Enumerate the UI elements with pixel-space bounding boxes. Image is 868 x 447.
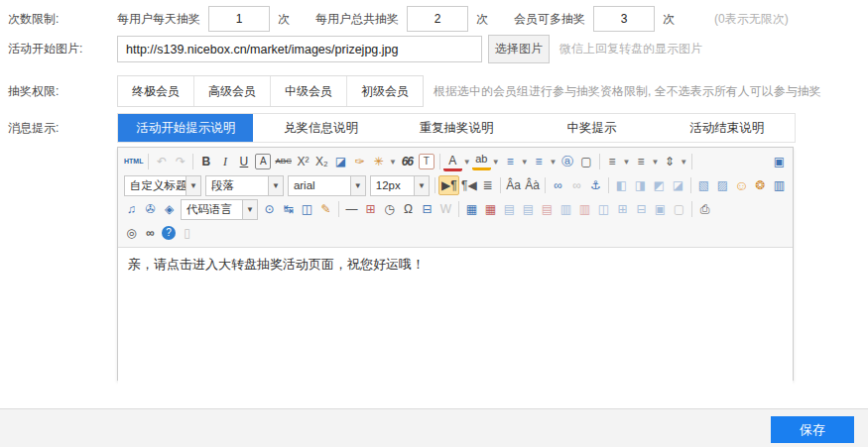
limit-count-input-3[interactable] (593, 6, 655, 32)
align-icon[interactable]: ≡ (603, 152, 622, 171)
preview-icon[interactable]: ◎ (122, 223, 141, 243)
split-cells-icon[interactable]: ⊞ (613, 199, 632, 219)
link-icon[interactable]: ∞ (549, 175, 567, 195)
image-right-icon[interactable]: ◩ (650, 175, 669, 195)
chevron-down-icon[interactable]: ▼ (389, 158, 397, 167)
code-icon[interactable]: ⊙ (260, 199, 279, 219)
page-template-icon[interactable]: ▢ (670, 199, 688, 219)
format-brush-icon[interactable]: ✑ (350, 152, 369, 171)
chevron-down-icon[interactable]: ▼ (186, 176, 200, 195)
insert-row-above-icon[interactable]: ▤ (500, 199, 519, 219)
undo-icon[interactable]: ↶ (152, 152, 171, 171)
chevron-down-icon[interactable]: ▼ (350, 176, 365, 195)
delete-col-icon[interactable]: ▥ (575, 199, 594, 219)
redo-icon[interactable]: ↷ (171, 152, 189, 171)
message-tab[interactable]: 兑奖信息说明 (253, 114, 388, 142)
video-icon[interactable]: ▥ (770, 175, 789, 195)
paste-plain-icon[interactable]: T (419, 154, 434, 169)
paragraph-pos-icon[interactable]: ≡ (631, 152, 650, 171)
insert-col-icon[interactable]: ▥ (557, 199, 575, 219)
remove-format-icon[interactable]: ◪ (331, 152, 350, 171)
member-segment-初级会员[interactable]: 初级会员 (347, 76, 423, 106)
message-tab[interactable]: 重复抽奖说明 (389, 114, 524, 142)
html-source-icon[interactable]: HTML (122, 152, 145, 171)
form-icon[interactable]: ⊟ (418, 199, 436, 219)
save-button[interactable]: 保存 (771, 416, 854, 443)
gallery-icon[interactable]: ▨ (713, 175, 732, 195)
subscript-icon[interactable]: X₂ (312, 152, 331, 171)
chevron-down-icon[interactable]: ▼ (550, 158, 558, 167)
limit-count-input-2[interactable] (407, 6, 468, 32)
pick-image-button[interactable]: 选择图片 (488, 35, 550, 63)
music-icon[interactable]: ♫ (122, 199, 141, 219)
font-color-icon[interactable]: A (443, 154, 462, 171)
print-icon[interactable]: ⎙ (695, 199, 714, 219)
message-tab[interactable]: 活动结束说明 (660, 114, 795, 142)
find-replace-icon[interactable]: ∞ (141, 223, 160, 243)
chevron-down-icon[interactable]: ▼ (463, 158, 471, 167)
unlink-icon[interactable]: ∞ (567, 175, 586, 195)
chevron-down-icon[interactable]: ▼ (492, 158, 500, 167)
member-segment-高级会员[interactable]: 高级会员 (194, 76, 271, 106)
media-icon[interactable]: ◈ (160, 199, 179, 219)
code-language-select[interactable]: 代码语言▼ (181, 199, 258, 220)
message-tab[interactable]: 活动开始提示说明 (118, 114, 253, 142)
columns-icon[interactable]: ◫ (298, 199, 316, 219)
special-char-icon[interactable]: Ω (399, 199, 418, 219)
image-icon[interactable]: ▧ (694, 175, 713, 195)
size-select[interactable]: 12px▼ (370, 175, 430, 196)
image-url-input[interactable] (117, 36, 482, 62)
chevron-down-icon[interactable]: ▼ (623, 158, 631, 167)
cell-props-icon[interactable]: ▣ (651, 199, 670, 219)
unordered-list-icon[interactable]: ≡ (530, 152, 549, 171)
help-icon[interactable]: ? (162, 226, 176, 240)
heading-select[interactable]: 自定义标题▼ (124, 175, 201, 196)
palette-icon[interactable]: ❂ (751, 175, 770, 195)
image-center-icon[interactable]: ◨ (631, 175, 650, 195)
limit-count-input-1[interactable] (208, 6, 270, 32)
message-tab[interactable]: 中奖提示 (524, 114, 659, 142)
chevron-down-icon[interactable]: ▼ (521, 158, 529, 167)
rtl-paragraph-icon[interactable]: ¶◀ (459, 175, 478, 195)
emoticon-icon[interactable]: ☺ (732, 175, 751, 195)
uppercase-icon[interactable]: Âa (504, 175, 523, 195)
anchor-icon[interactable]: ⚓ (586, 175, 605, 195)
highlight-color-icon[interactable]: ab (472, 153, 491, 170)
lowercase-icon[interactable]: Âà (523, 175, 542, 195)
ltr-paragraph-icon[interactable]: ▶¶ (438, 175, 459, 195)
insert-table-icon[interactable]: ▦ (462, 199, 481, 219)
superscript-icon[interactable]: X² (294, 152, 312, 171)
member-segment-终极会员[interactable]: 终极会员 (118, 76, 194, 106)
italic-icon[interactable]: I (215, 152, 234, 171)
word-import-icon[interactable]: W (436, 199, 455, 219)
hr-icon[interactable]: — (342, 199, 361, 219)
insert-row-below-icon[interactable]: ▤ (519, 199, 538, 219)
strikethrough-icon[interactable]: ABC (273, 152, 293, 171)
chevron-down-icon[interactable]: ▼ (242, 200, 257, 219)
attachment-icon[interactable]: ✇ (141, 199, 160, 219)
font-select[interactable]: arial▼ (288, 175, 366, 196)
clock-icon[interactable]: ◷ (380, 199, 399, 219)
bold-icon[interactable]: B (196, 152, 215, 171)
chevron-down-icon[interactable]: ▼ (414, 176, 429, 195)
merge-cells-icon[interactable]: ◫ (594, 199, 613, 219)
blockquote-icon[interactable]: 66 (398, 152, 417, 171)
chevron-down-icon[interactable]: ▼ (268, 176, 283, 195)
member-segment-中级会员[interactable]: 中级会员 (271, 76, 347, 106)
page-break-icon[interactable]: ↹ (279, 199, 298, 219)
calendar-icon[interactable]: ⊞ (361, 199, 380, 219)
fullscreen-icon[interactable]: ▣ (770, 152, 789, 171)
ordered-list-icon[interactable]: ≡ (501, 152, 520, 171)
paste-template-icon[interactable]: ▯ (178, 223, 196, 243)
chevron-down-icon[interactable]: ▼ (651, 158, 659, 167)
delete-table-icon[interactable]: ▦ (481, 199, 500, 219)
image-left-icon[interactable]: ◧ (612, 175, 631, 195)
new-page-icon[interactable]: ▢ (577, 152, 596, 171)
underline-icon[interactable]: U (234, 152, 253, 171)
graffiti-icon[interactable]: ✎ (316, 199, 335, 219)
paragraph-select[interactable]: 段落▼ (205, 175, 284, 196)
line-height-icon[interactable]: ⇕ (660, 152, 679, 171)
image-block-icon[interactable]: ◪ (669, 175, 687, 195)
font-style-icon[interactable]: A (255, 154, 271, 169)
editor-content[interactable]: 亲，请点击进入大转盘抽奖活动页面，祝您好运哦！ (118, 248, 793, 394)
